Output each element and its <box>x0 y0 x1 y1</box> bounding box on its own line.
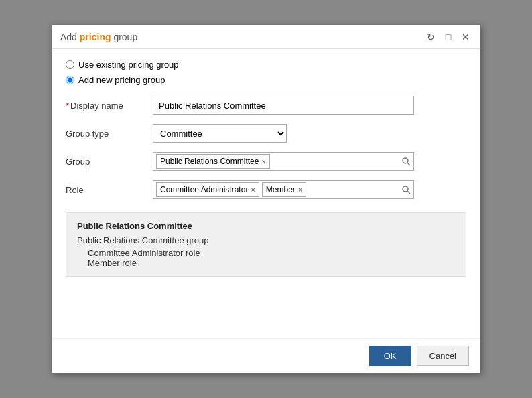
role-label: Role <box>66 185 153 195</box>
use-existing-radio[interactable] <box>66 60 74 69</box>
preview-roles: Committee Administrator role Member role <box>88 248 455 268</box>
preview-role-1: Committee Administrator role <box>88 248 455 258</box>
dialog-footer: OK Cancel <box>52 338 480 373</box>
preview-title: Public Relations Committee <box>77 221 455 231</box>
role-tag-1-text: Committee Administrator <box>160 185 248 194</box>
add-new-radio[interactable] <box>66 76 74 84</box>
group-row: Group Public Relations Committee × <box>66 152 466 171</box>
title-add: Add <box>60 31 77 42</box>
role-tag-1: Committee Administrator × <box>156 182 259 197</box>
add-new-row: Add new pricing group <box>66 75 466 85</box>
group-tag-container[interactable]: Public Relations Committee × <box>153 152 414 171</box>
role-row: Role Committee Administrator × Member × <box>66 180 466 199</box>
role-tag-2-remove[interactable]: × <box>298 186 302 194</box>
display-name-label: Display name <box>66 101 153 111</box>
use-existing-label[interactable]: Use existing pricing group <box>78 60 179 70</box>
group-search-button[interactable] <box>401 157 411 166</box>
group-type-row: Group type Committee Department Team <box>66 124 466 143</box>
svg-point-2 <box>403 186 408 192</box>
group-label: Group <box>66 157 153 167</box>
use-existing-row: Use existing pricing group <box>66 60 466 70</box>
role-search-button[interactable] <box>401 185 411 194</box>
dialog-titlebar: Add pricing group ↻ □ ✕ <box>52 25 480 49</box>
close-icon[interactable]: ✕ <box>460 31 472 43</box>
preview-box: Public Relations Committee Public Relati… <box>66 212 466 277</box>
maximize-icon[interactable]: □ <box>442 31 454 43</box>
title-pricing: pricing <box>80 31 111 42</box>
role-tag-2: Member × <box>262 182 306 197</box>
titlebar-icons: ↻ □ ✕ <box>425 31 472 43</box>
svg-line-3 <box>407 191 410 194</box>
group-tag-remove[interactable]: × <box>261 158 265 165</box>
group-tag: Public Relations Committee × <box>156 154 270 169</box>
preview-group-line: Public Relations Committee group <box>77 235 455 245</box>
dialog-content: Use existing pricing group Add new prici… <box>52 49 480 338</box>
svg-point-0 <box>403 158 408 163</box>
display-name-row: Display name <box>66 96 466 115</box>
group-type-label: Group type <box>66 129 153 139</box>
dialog-title: Add pricing group <box>60 31 137 42</box>
svg-line-1 <box>407 163 410 165</box>
add-pricing-group-dialog: Add pricing group ↻ □ ✕ Use existing pri… <box>52 25 480 373</box>
role-tag-2-text: Member <box>266 185 295 194</box>
title-group-word: group <box>113 31 137 42</box>
refresh-icon[interactable]: ↻ <box>425 31 437 43</box>
role-tag-container[interactable]: Committee Administrator × Member × <box>153 180 414 199</box>
group-type-select[interactable]: Committee Department Team <box>153 124 287 143</box>
preview-role-2: Member role <box>88 258 455 268</box>
add-new-label[interactable]: Add new pricing group <box>78 75 165 85</box>
group-tag-text: Public Relations Committee <box>160 157 259 166</box>
display-name-input[interactable] <box>153 96 414 115</box>
ok-button[interactable]: OK <box>369 346 411 366</box>
role-tag-1-remove[interactable]: × <box>251 186 255 194</box>
cancel-button[interactable]: Cancel <box>417 346 469 366</box>
